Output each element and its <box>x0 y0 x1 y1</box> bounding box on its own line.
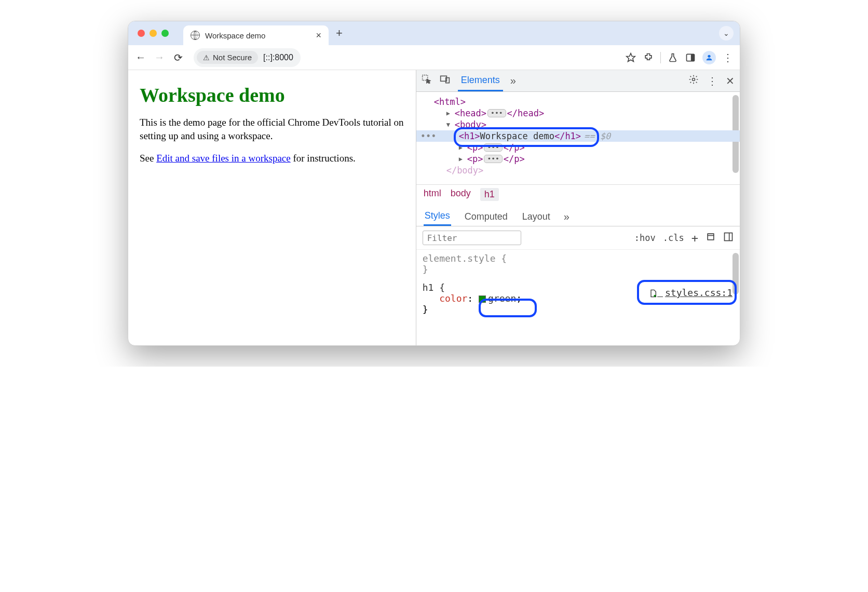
breadcrumb-html[interactable]: html <box>424 188 441 201</box>
new-tab-button[interactable]: + <box>336 26 343 40</box>
tab-computed[interactable]: Computed <box>464 208 509 225</box>
svg-point-11 <box>654 295 656 297</box>
styles-toolbar: :hov .cls + <box>416 226 740 250</box>
eq-dollar-zero: == $0 <box>584 131 611 141</box>
rendered-page: Workspace demo This is the demo page for… <box>128 70 416 345</box>
security-label: Not Secure <box>213 53 252 62</box>
filter-input[interactable] <box>423 231 521 245</box>
tab-layout[interactable]: Layout <box>521 208 551 225</box>
dom-node-body[interactable]: ▼ <body> <box>416 119 740 130</box>
computed-panel-icon[interactable] <box>723 232 734 244</box>
address-bar[interactable]: ⚠ Not Secure [::]:8000 <box>194 48 301 67</box>
close-window-button[interactable] <box>138 30 145 37</box>
paint-flash-icon[interactable] <box>706 232 716 244</box>
dom-node-p2[interactable]: ▶ <p> ••• </p> <box>416 153 740 165</box>
devtools-topbar: Elements » ⋮ ✕ <box>416 70 740 92</box>
tab-list-button[interactable]: ⌄ <box>719 26 734 41</box>
dom-node-html[interactable]: <html> <box>416 96 740 107</box>
svg-point-7 <box>693 78 695 81</box>
close-devtools-icon[interactable]: ✕ <box>726 75 735 87</box>
settings-gear-icon[interactable] <box>688 74 699 87</box>
dom-node-head[interactable]: ▶ <head> ••• </head> <box>416 107 740 119</box>
minimize-window-button[interactable] <box>150 30 157 37</box>
device-toolbar-icon[interactable] <box>439 74 451 87</box>
globe-icon <box>191 31 200 40</box>
dom-breadcrumb: html body h1 <box>416 184 740 204</box>
ellipsis-icon[interactable]: ••• <box>484 143 502 152</box>
hov-toggle[interactable]: :hov <box>634 233 656 243</box>
page-paragraph-2: See Edit and save files in a workspace f… <box>140 152 404 165</box>
kebab-menu-icon[interactable]: ⋮ <box>722 52 734 63</box>
browser-window: Workspace demo × + ⌄ ← → ⟳ ⚠ Not Secure … <box>128 21 740 346</box>
svg-marker-0 <box>627 53 635 61</box>
collapse-triangle-icon[interactable]: ▼ <box>446 121 453 128</box>
tab-title: Workspace demo <box>205 31 265 40</box>
ellipsis-icon[interactable]: ••• <box>484 155 502 163</box>
reload-button[interactable]: ⟳ <box>172 51 184 64</box>
toolbar-separator <box>660 52 661 63</box>
source-link[interactable]: styles.css:1 <box>649 287 733 298</box>
content-area: Workspace demo This is the demo page for… <box>128 70 740 345</box>
close-tab-icon[interactable]: × <box>316 30 321 41</box>
rules-scrollbar[interactable] <box>733 253 739 294</box>
page-h1: Workspace demo <box>140 84 404 106</box>
page-paragraph-1: This is the demo page for the official C… <box>140 116 404 142</box>
element-style-rule[interactable]: element.style { } <box>423 253 734 275</box>
profile-avatar[interactable] <box>702 51 716 64</box>
labs-flask-icon[interactable] <box>667 52 679 63</box>
expand-triangle-icon[interactable]: ▶ <box>446 110 453 117</box>
svg-point-3 <box>708 55 710 57</box>
inspect-element-icon[interactable] <box>422 74 432 87</box>
breadcrumb-body[interactable]: body <box>451 188 471 201</box>
svg-rect-2 <box>691 54 695 61</box>
expand-triangle-icon[interactable]: ▶ <box>459 155 465 163</box>
url-text: [::]:8000 <box>263 53 293 62</box>
new-style-rule-icon[interactable]: + <box>691 232 698 245</box>
tab-strip: Workspace demo × + ⌄ <box>128 21 740 45</box>
devtools-panel: Elements » ⋮ ✕ <html> ▶ <head> <box>416 70 740 345</box>
expand-triangle-icon[interactable]: ▶ <box>459 144 465 151</box>
warning-icon: ⚠ <box>203 53 210 62</box>
p2-suffix: for instructions. <box>291 153 356 164</box>
maximize-window-button[interactable] <box>161 30 169 37</box>
svg-rect-8 <box>708 236 714 240</box>
security-chip[interactable]: ⚠ Not Secure <box>197 51 258 64</box>
window-controls <box>138 30 169 37</box>
dom-tree[interactable]: <html> ▶ <head> ••• </head> ▼ <body> •••… <box>416 92 740 184</box>
dom-node-h1-selected[interactable]: ••• <h1>Workspace demo</h1> == $0 <box>416 130 740 142</box>
cls-toggle[interactable]: .cls <box>663 233 684 243</box>
styles-rules[interactable]: element.style { } h1 { color: green; } s… <box>416 250 740 345</box>
side-panel-icon[interactable] <box>685 52 696 63</box>
bookmark-star-icon[interactable] <box>625 52 636 63</box>
page-file-icon <box>649 287 663 298</box>
dom-node-body-close[interactable]: </body> <box>416 165 740 176</box>
more-styles-tabs-icon[interactable]: » <box>564 211 569 223</box>
svg-rect-9 <box>725 233 733 241</box>
workspace-link[interactable]: Edit and save files in a workspace <box>156 153 291 164</box>
browser-tab[interactable]: Workspace demo × <box>183 25 329 45</box>
color-swatch-icon[interactable] <box>479 295 486 303</box>
breadcrumb-h1[interactable]: h1 <box>480 188 499 201</box>
tab-styles[interactable]: Styles <box>424 207 451 226</box>
extensions-icon[interactable] <box>643 52 654 63</box>
more-tabs-icon[interactable]: » <box>510 75 516 87</box>
browser-toolbar: ← → ⟳ ⚠ Not Secure [::]:8000 ⋮ <box>128 45 740 70</box>
row-actions-icon[interactable]: ••• <box>421 131 437 141</box>
back-button[interactable]: ← <box>134 51 147 63</box>
ellipsis-icon[interactable]: ••• <box>487 109 506 117</box>
p2-prefix: See <box>140 153 156 164</box>
tab-elements[interactable]: Elements <box>458 71 503 91</box>
styles-tabbar: Styles Computed Layout » <box>416 204 740 226</box>
devtools-kebab-icon[interactable]: ⋮ <box>707 75 717 87</box>
dom-node-p1[interactable]: ▶ <p> ••• </p> <box>416 142 740 153</box>
forward-button[interactable]: → <box>153 51 166 63</box>
